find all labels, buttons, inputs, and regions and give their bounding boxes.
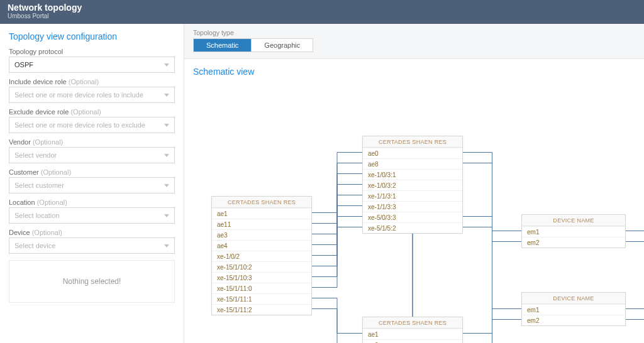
page-title: Network topology <box>8 3 636 13</box>
device-port[interactable]: xe-15/1/10:2 <box>212 261 311 272</box>
device-port[interactable]: em2 <box>522 237 625 248</box>
field-topology-protocol: Topology protocol OSPF <box>9 48 175 73</box>
nothing-selected-box: Nothing selected! <box>9 260 175 303</box>
device-port[interactable]: xe-15/1/10:3 <box>212 272 311 283</box>
topology-type-bar: Topology type Schematic Geographic <box>184 24 644 59</box>
topology-type-label: Topology type <box>193 29 635 36</box>
device-port[interactable]: xe-1/1/3:1 <box>363 190 462 201</box>
device-port[interactable]: xe-5/1/5:2 <box>363 222 462 233</box>
config-sidebar: Topology view configuration Topology pro… <box>0 24 184 343</box>
device-port[interactable]: ae11 <box>212 219 311 229</box>
schematic-tab[interactable]: Schematic <box>194 39 251 52</box>
field-device: Device (Optional) Select device <box>9 229 175 254</box>
device-port[interactable]: em1 <box>522 226 625 237</box>
device-port[interactable]: em2 <box>522 315 625 325</box>
device-node-title: CERTADES SHAEN RES <box>363 136 462 148</box>
geographic-tab[interactable]: Geographic <box>251 39 313 52</box>
device-port[interactable]: xe-15/1/11:0 <box>212 283 311 293</box>
device-port[interactable]: ae0 <box>363 148 462 158</box>
device-node[interactable]: CERTADES SHAEN RESae1ae11ae3ae4xe-1/0/2x… <box>211 196 312 315</box>
device-port[interactable]: xe-1/1/3:3 <box>363 201 462 212</box>
device-node[interactable]: DEVICE NAMEem1em2 <box>521 292 626 326</box>
device-port[interactable]: ae3 <box>212 229 311 240</box>
device-port[interactable]: xe-1/0/2 <box>212 251 311 261</box>
device-port[interactable]: xe-1/0/3:1 <box>363 169 462 180</box>
device-port[interactable]: ae1 <box>212 208 311 219</box>
device-port[interactable]: ae2 <box>363 339 462 343</box>
device-port[interactable]: xe-1/0/3:2 <box>363 180 462 190</box>
topology-protocol-select[interactable]: OSPF <box>9 57 175 73</box>
content-area: Topology type Schematic Geographic Schem… <box>184 24 644 343</box>
page-subtitle: Umboss Portal <box>8 13 636 19</box>
field-exclude-device-role: Exclude device role (Optional) Select on… <box>9 108 175 133</box>
field-location: Location (Optional) Select location <box>9 199 175 224</box>
config-title: Topology view configuration <box>9 31 175 41</box>
device-port[interactable]: xe-15/1/11:2 <box>212 304 311 315</box>
device-port[interactable]: xe-5/0/3:3 <box>363 212 462 222</box>
field-customer: Customer (Optional) Select customer <box>9 168 175 193</box>
exclude-device-role-select[interactable]: Select one or more device roles to exclu… <box>9 117 175 133</box>
device-select[interactable]: Select device <box>9 237 175 254</box>
device-node[interactable]: DEVICE NAMEem1em2 <box>521 214 626 248</box>
device-port[interactable]: em1 <box>522 304 625 315</box>
schematic-canvas[interactable]: Schematic view CERTADES SHAEN RESae1ae11… <box>184 59 644 343</box>
device-node-title: DEVICE NAME <box>522 293 625 304</box>
device-node-title: DEVICE NAME <box>522 215 625 226</box>
field-include-device-role: Include device role (Optional) Select on… <box>9 78 175 103</box>
device-port[interactable]: ae1 <box>363 329 462 339</box>
device-node-title: CERTADES SHAEN RES <box>212 197 311 208</box>
device-node[interactable]: CERTADES SHAEN RESae0ae8xe-1/0/3:1xe-1/0… <box>362 136 463 234</box>
vendor-select[interactable]: Select vendor <box>9 147 175 163</box>
canvas-title: Schematic view <box>193 67 254 77</box>
device-node-title: CERTADES SHAEN RES <box>363 317 462 329</box>
device-port[interactable]: ae8 <box>363 158 462 169</box>
topology-type-segment: Schematic Geographic <box>193 38 313 52</box>
device-port[interactable]: ae4 <box>212 240 311 251</box>
field-vendor: Vendor (Optional) Select vendor <box>9 138 175 163</box>
customer-select[interactable]: Select customer <box>9 177 175 193</box>
app-header: Network topology Umboss Portal <box>0 0 644 24</box>
location-select[interactable]: Select location <box>9 207 175 224</box>
device-node[interactable]: CERTADES SHAEN RESae1ae2ae3ae4 <box>362 317 463 343</box>
device-port[interactable]: xe-15/1/11:1 <box>212 293 311 304</box>
include-device-role-select[interactable]: Select one or more device roles to inclu… <box>9 87 175 103</box>
